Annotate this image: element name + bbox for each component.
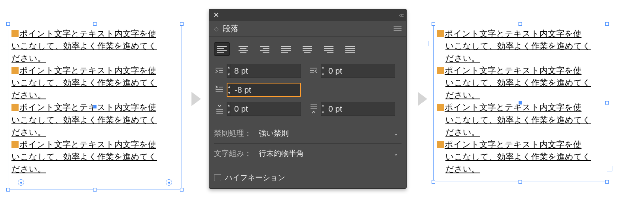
frame-center-point-icon: [519, 101, 522, 104]
kinsoku-label: 禁則処理：: [214, 128, 252, 139]
bullet-square-icon: [11, 141, 19, 148]
justify-right-button[interactable]: [321, 42, 337, 56]
paragraph-panel: ✕ << ◇ 段落 ▲▼: [209, 9, 407, 189]
text-out-port[interactable]: [607, 166, 612, 171]
indent-left-input[interactable]: [231, 66, 301, 76]
sample-text: ポイント文字とテキスト内文字を使: [445, 140, 581, 149]
sample-text: いこなして、効率よく作業を進めてく: [437, 40, 604, 52]
space-after-input[interactable]: [325, 104, 395, 114]
indent-left-icon: [214, 66, 224, 76]
sample-text: いこなして、効率よく作業を進めてく: [11, 152, 157, 161]
justify-center-button[interactable]: [299, 42, 315, 56]
indent-right-icon: [308, 66, 318, 76]
space-before-input[interactable]: [231, 104, 301, 114]
hyphenation-row: ハイフネーション: [214, 169, 402, 184]
close-icon[interactable]: ✕: [213, 11, 219, 19]
kinsoku-row: 禁則処理： 強い禁則 ⌄: [214, 123, 402, 143]
step-up-icon[interactable]: ▲: [321, 64, 325, 71]
mojikumi-select[interactable]: 行末約物半角 ⌄: [256, 147, 402, 160]
align-center-button[interactable]: [235, 42, 251, 56]
sample-text: ポイント文字とテキスト内文字を使: [19, 103, 156, 112]
handle-top-center[interactable]: [519, 22, 522, 26]
align-right-button[interactable]: [257, 42, 273, 56]
panel-title: 段落: [223, 23, 239, 34]
stepper[interactable]: ▲▼: [227, 64, 231, 78]
collapse-icon[interactable]: <<: [398, 12, 402, 19]
text-in-port[interactable]: [3, 41, 8, 46]
stepper[interactable]: ▲▼: [227, 84, 231, 96]
space-before-field[interactable]: ▲▼: [227, 102, 301, 116]
bullet-square-icon: [11, 30, 19, 37]
step-down-icon[interactable]: ▼: [321, 109, 325, 116]
thread-indicator-icon: [18, 179, 24, 186]
bullet-square-icon: [437, 67, 444, 74]
separator: [209, 166, 406, 166]
handle-bottom-right[interactable]: [605, 180, 609, 184]
space-before-icon: [214, 104, 224, 114]
paragraph: ポイント文字とテキスト内文字を使 いこなして、効率よく作業を進めてく ださい。: [437, 27, 604, 64]
first-line-indent-input[interactable]: [231, 85, 301, 95]
frame-center-point-icon: [93, 105, 97, 108]
paragraph: ポイント文字とテキスト内文字を使 いこなして、効率よく作業を進めてく ださい。: [437, 64, 604, 101]
panel-body: ▲▼ ▲▼ ▲▼: [209, 37, 406, 188]
handle-top-right[interactable]: [180, 22, 184, 26]
step-up-icon[interactable]: ▲: [227, 102, 231, 109]
sample-text: ポイント文字とテキスト内文字を使: [19, 29, 156, 38]
indent-left-field[interactable]: ▲▼: [227, 64, 301, 78]
handle-top-left[interactable]: [6, 22, 10, 26]
step-down-icon[interactable]: ▼: [321, 71, 325, 78]
stepper[interactable]: ▲▼: [227, 102, 231, 116]
step-up-icon[interactable]: ▲: [227, 64, 231, 71]
bullet-square-icon: [437, 104, 444, 111]
handle-top-left[interactable]: [432, 22, 435, 26]
sample-text: いこなして、効率よく作業を進めてく: [11, 115, 157, 124]
sample-text: ださい。: [11, 90, 46, 99]
handle-bottom-right[interactable]: [180, 188, 184, 192]
bullet-square-icon: [437, 30, 444, 37]
drag-grip-icon[interactable]: ◇: [214, 25, 219, 32]
panel-titlebar[interactable]: ✕ <<: [209, 9, 406, 21]
handle-mid-right[interactable]: [605, 101, 609, 105]
stepper[interactable]: ▲▼: [321, 102, 325, 116]
paragraph: ポイント文字とテキスト内文字を使 いこなして、効率よく作業を進めてく ださい。: [11, 138, 178, 175]
handle-bottom-center[interactable]: [519, 180, 522, 184]
panel-menu-icon[interactable]: [394, 27, 402, 31]
space-after-field[interactable]: ▲▼: [321, 102, 395, 116]
align-left-button[interactable]: [214, 42, 230, 56]
stepper[interactable]: ▲▼: [321, 64, 325, 78]
first-line-indent-field[interactable]: ▲▼: [227, 83, 301, 97]
handle-bottom-left[interactable]: [432, 180, 435, 184]
bullet-square-icon: [11, 104, 19, 111]
handle-top-center[interactable]: [93, 22, 97, 26]
sample-text: ポイント文字とテキスト内文字を使: [19, 140, 156, 149]
paragraph: ポイント文字とテキスト内文字を使 いこなして、効率よく作業を進めてく ださい。: [11, 64, 178, 101]
step-up-icon[interactable]: ▲: [321, 102, 325, 109]
text-frame-after: ポイント文字とテキスト内文字を使 いこなして、効率よく作業を進めてく ださい。 …: [433, 24, 607, 182]
kinsoku-select[interactable]: 強い禁則 ⌄: [256, 127, 402, 140]
bullet-square-icon: [437, 141, 444, 148]
text-frame[interactable]: ポイント文字とテキスト内文字を使 いこなして、効率よく作業を進めてく ださい。 …: [433, 24, 607, 182]
first-line-indent-icon: [214, 85, 224, 95]
chevron-down-icon: ⌄: [394, 130, 398, 137]
indent-right-field[interactable]: ▲▼: [321, 64, 395, 78]
sample-text: ポイント文字とテキスト内文字を使: [445, 29, 581, 38]
handle-bottom-left[interactable]: [6, 188, 10, 192]
indent-right-input[interactable]: [325, 66, 395, 76]
text-frame[interactable]: ポイント文字とテキスト内文字を使 いこなして、効率よく作業を進めてく ださい。 …: [8, 24, 182, 190]
handle-top-right[interactable]: [605, 22, 609, 26]
text-out-port[interactable]: [182, 174, 187, 179]
step-down-icon[interactable]: ▼: [227, 109, 231, 116]
hyphenation-checkbox[interactable]: [214, 174, 221, 181]
sample-text: いこなして、効率よく作業を進めてく: [11, 41, 157, 50]
justify-left-button[interactable]: [278, 42, 294, 56]
justify-all-button[interactable]: [342, 42, 358, 56]
sample-text: ださい。: [437, 89, 604, 101]
bullet-square-icon: [11, 67, 19, 74]
text-in-port[interactable]: [428, 41, 434, 46]
handle-bottom-center[interactable]: [93, 188, 97, 192]
kinsoku-value: 強い禁則: [259, 128, 289, 139]
sample-text: ポイント文字とテキスト内文字を使: [445, 66, 581, 75]
step-down-icon[interactable]: ▼: [227, 90, 231, 97]
step-up-icon[interactable]: ▲: [227, 84, 231, 90]
step-down-icon[interactable]: ▼: [227, 71, 231, 78]
